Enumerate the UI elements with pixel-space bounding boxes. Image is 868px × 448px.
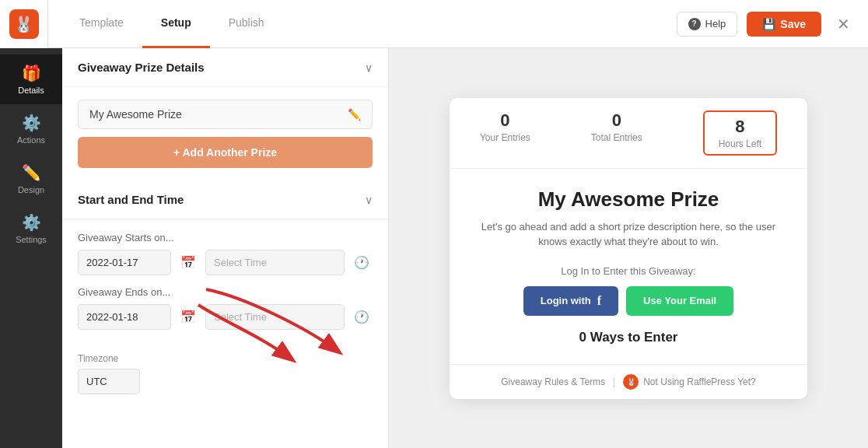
top-bar-right: ? Help 💾 Save ✕ xyxy=(677,12,856,37)
sidebar-item-settings[interactable]: ⚙️ Settings xyxy=(0,204,62,254)
facebook-icon: f xyxy=(597,294,601,308)
login-buttons: Login with f Use Your Email xyxy=(474,286,782,316)
starts-label: Giveaway Starts on... xyxy=(78,232,373,243)
time-section-body: Giveaway Starts on... 2022-01-17 📅 Selec… xyxy=(62,219,388,353)
stat-your-entries: 0 Your Entries xyxy=(480,110,530,156)
start-clock-icon[interactable]: 🕐 xyxy=(351,252,373,273)
prize-name-label: My Awesome Prize xyxy=(89,108,182,121)
end-time-select[interactable]: Select Time xyxy=(205,304,345,330)
ends-label: Giveaway Ends on... xyxy=(78,286,373,298)
prize-section-header[interactable]: Giveaway Prize Details ∨ xyxy=(62,48,388,87)
login-email-button[interactable]: Use Your Email xyxy=(626,286,733,316)
nav-tabs: Template Setup Publish xyxy=(61,0,283,48)
prize-section-title: Giveaway Prize Details xyxy=(78,61,205,74)
save-icon: 💾 xyxy=(762,18,775,30)
prize-chevron-icon: ∨ xyxy=(365,61,373,74)
footer-cta[interactable]: Not Using RafflePress Yet? xyxy=(643,376,756,387)
stat-hours-left: 8 Hours Left xyxy=(703,110,777,156)
logo-icon: 🐰 xyxy=(9,9,39,39)
close-button[interactable]: ✕ xyxy=(831,12,856,37)
preview-prize-title: My Awesome Prize xyxy=(474,187,782,212)
end-clock-icon[interactable]: 🕐 xyxy=(351,306,373,327)
settings-icon: ⚙️ xyxy=(22,213,41,232)
left-panel: Giveaway Prize Details ∨ My Awesome Priz… xyxy=(62,48,389,448)
design-icon: ✏️ xyxy=(22,163,41,182)
preview-footer: Giveaway Rules & Terms | 🐰 Not Using Raf… xyxy=(450,364,807,399)
timezone-section: Timezone UTC xyxy=(62,353,388,407)
preview-card: 0 Your Entries 0 Total Entries 8 Hours L… xyxy=(450,98,807,399)
time-section-title: Start and End Time xyxy=(78,193,184,206)
sidebar: 🎁 Details ⚙️ Actions ✏️ Design ⚙️ Settin… xyxy=(0,48,62,448)
your-entries-label: Your Entries xyxy=(480,132,530,143)
start-date-input[interactable]: 2022-01-17 xyxy=(78,250,171,275)
login-prompt: Log In to Enter this Giveaway: xyxy=(474,265,782,277)
logo-area: 🐰 xyxy=(0,0,48,48)
login-facebook-button[interactable]: Login with f xyxy=(523,286,618,316)
ways-to-enter: 0 Ways to Enter xyxy=(474,330,782,345)
prize-section-body: My Awesome Prize ✏️ + Add Another Prize xyxy=(62,87,388,180)
start-calendar-icon[interactable]: 📅 xyxy=(177,252,199,273)
actions-icon: ⚙️ xyxy=(22,114,41,132)
preview-body: My Awesome Prize Let's go ahead and add … xyxy=(450,169,807,364)
prize-item: My Awesome Prize ✏️ xyxy=(78,100,373,129)
gift-icon: 🎁 xyxy=(22,64,41,82)
time-section-header[interactable]: Start and End Time ∨ xyxy=(62,180,388,219)
end-calendar-icon[interactable]: 📅 xyxy=(177,306,199,327)
hours-left-number: 8 xyxy=(735,117,744,137)
sidebar-item-actions[interactable]: ⚙️ Actions xyxy=(0,104,62,154)
timezone-value: UTC xyxy=(78,369,140,394)
sidebar-item-details[interactable]: 🎁 Details xyxy=(0,54,62,104)
hours-left-label: Hours Left xyxy=(719,138,761,149)
top-bar: 🐰 Template Setup Publish ? Help 💾 Save ✕ xyxy=(0,0,868,48)
right-panel: 0 Your Entries 0 Total Entries 8 Hours L… xyxy=(389,48,868,448)
timezone-label: Timezone xyxy=(78,353,373,364)
tab-publish[interactable]: Publish xyxy=(210,0,283,48)
tab-template[interactable]: Template xyxy=(61,0,142,48)
start-time-select[interactable]: Select Time xyxy=(205,250,345,275)
tab-setup[interactable]: Setup xyxy=(142,0,210,48)
prize-edit-icon[interactable]: ✏️ xyxy=(348,108,361,121)
end-date-row: 2022-01-18 📅 Select Time 🕐 xyxy=(78,304,373,330)
sidebar-item-design[interactable]: ✏️ Design xyxy=(0,154,62,204)
total-entries-number: 0 xyxy=(612,110,621,131)
footer-rules-link[interactable]: Giveaway Rules & Terms xyxy=(501,376,605,387)
footer-logo-icon: 🐰 xyxy=(623,374,639,390)
your-entries-number: 0 xyxy=(500,110,509,131)
stats-bar: 0 Your Entries 0 Total Entries 8 Hours L… xyxy=(450,98,807,169)
start-date-row: 2022-01-17 📅 Select Time 🕐 xyxy=(78,250,373,275)
total-entries-label: Total Entries xyxy=(591,132,642,143)
stat-total-entries: 0 Total Entries xyxy=(591,110,642,156)
help-icon: ? xyxy=(688,18,701,30)
close-icon: ✕ xyxy=(837,15,850,33)
preview-prize-desc: Let's go ahead and add a short prize des… xyxy=(474,219,782,250)
add-prize-button[interactable]: + Add Another Prize xyxy=(78,137,373,168)
save-button[interactable]: 💾 Save xyxy=(747,12,821,37)
footer-separator: | xyxy=(613,376,615,387)
main-area: 🎁 Details ⚙️ Actions ✏️ Design ⚙️ Settin… xyxy=(0,48,868,448)
time-chevron-icon: ∨ xyxy=(365,194,373,206)
help-button[interactable]: ? Help xyxy=(677,12,738,37)
end-date-input[interactable]: 2022-01-18 xyxy=(78,304,171,330)
